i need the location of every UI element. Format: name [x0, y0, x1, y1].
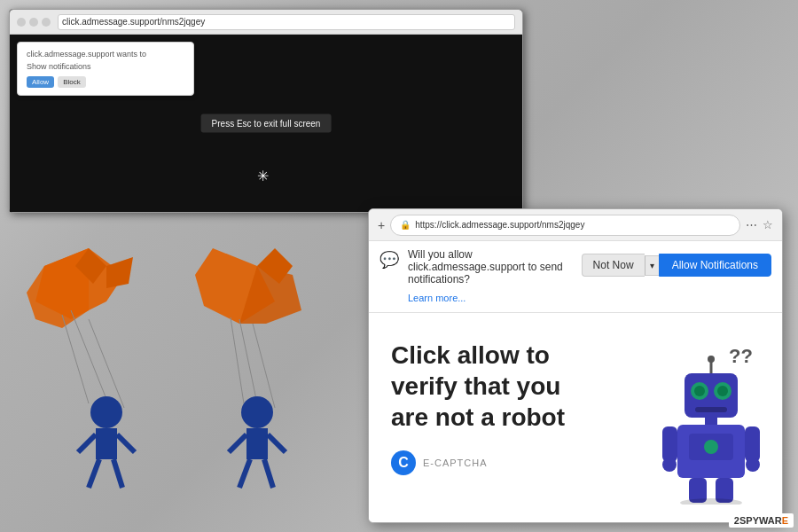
- robot-svg: ??: [658, 345, 764, 505]
- popup-subtitle: Show notifications: [27, 62, 184, 71]
- heading-line1: Click allow to: [391, 341, 550, 369]
- puppet-svg: [18, 248, 355, 523]
- browser-dot-2: [29, 18, 38, 27]
- captcha-c-logo: C: [391, 450, 416, 475]
- robot-illustration-area: ??: [640, 313, 782, 523]
- top-browser-notification-popup: click.admessage.support wants to Show no…: [17, 42, 194, 96]
- svg-marker-3: [106, 257, 133, 288]
- svg-line-23: [239, 459, 250, 488]
- heading-line2: verify that you: [391, 372, 560, 400]
- top-browser-address-bar: click.admessage.support/nms2jqgey: [58, 14, 515, 30]
- notification-permission-bar: 💬 Will you allow click.admessage.support…: [369, 241, 782, 313]
- svg-line-12: [113, 459, 122, 488]
- captcha-label: E-CAPTCHA: [423, 458, 488, 468]
- learn-more-link[interactable]: Learn more...: [408, 293, 466, 303]
- popup-buttons: Allow Block: [27, 76, 184, 88]
- top-browser-toolbar: click.admessage.support/nms2jqgey: [10, 10, 522, 35]
- notification-bar-text: Will you allow click.admessage.support t…: [408, 248, 573, 305]
- new-tab-icon[interactable]: +: [378, 218, 385, 232]
- browser-dot-3: [42, 18, 51, 27]
- heading-line3: are not a robot: [391, 403, 565, 431]
- top-browser-content: click.admessage.support wants to Show no…: [10, 35, 522, 212]
- svg-marker-1: [27, 248, 89, 328]
- svg-text:??: ??: [729, 345, 753, 367]
- svg-point-32: [717, 386, 728, 396]
- allow-notifications-button[interactable]: Allow Notifications: [659, 254, 771, 277]
- main-browser-address-bar[interactable]: 🔒 https://click.admessage.support/nms2jq…: [390, 215, 740, 236]
- svg-point-27: [708, 356, 715, 363]
- svg-point-30: [694, 386, 705, 396]
- main-browser-window: + 🔒 https://click.admessage.support/nms2…: [368, 208, 783, 523]
- fullscreen-text: Press Esc to exit full screen: [212, 119, 321, 129]
- menu-icon[interactable]: ⋯: [746, 218, 757, 231]
- svg-rect-8: [96, 428, 117, 459]
- main-browser-url: https://click.admessage.support/nms2jqge…: [415, 220, 584, 230]
- watermark-text: 2SPYWARE: [734, 515, 788, 526]
- svg-line-10: [117, 434, 135, 452]
- notification-chat-icon: 💬: [379, 250, 399, 270]
- not-now-dropdown[interactable]: ▾: [645, 255, 659, 276]
- captcha-logo: C E-CAPTCHA: [391, 450, 618, 475]
- svg-line-4: [71, 310, 106, 399]
- watermark: 2SPYWARE: [729, 513, 794, 528]
- top-browser-url: click.admessage.support/nms2jqgey: [62, 17, 205, 27]
- lock-icon: 🔒: [400, 220, 411, 230]
- svg-line-11: [89, 459, 99, 488]
- loading-spinner: ✳: [257, 168, 275, 185]
- svg-rect-38: [662, 426, 677, 462]
- bookmark-icon[interactable]: ☆: [763, 218, 773, 231]
- svg-point-41: [746, 458, 760, 472]
- svg-point-19: [241, 396, 273, 428]
- svg-line-21: [229, 434, 246, 452]
- svg-line-22: [268, 434, 286, 452]
- popup-allow-button[interactable]: Allow: [27, 76, 54, 88]
- notification-action-buttons: Not Now ▾ Allow Notifications: [582, 254, 771, 277]
- fullscreen-prompt: Press Esc to exit full screen: [201, 114, 332, 133]
- content-text-area: Click allow to verify that you are not a…: [369, 313, 640, 523]
- popup-notification-text: click.admessage.support wants to: [27, 50, 184, 59]
- svg-rect-20: [246, 428, 268, 459]
- popup-block-button[interactable]: Block: [58, 76, 86, 88]
- top-browser-window: click.admessage.support/nms2jqgey click.…: [9, 9, 523, 213]
- notification-question: Will you allow click.admessage.support t…: [408, 248, 573, 286]
- svg-line-9: [78, 434, 96, 452]
- puppet-illustration: [18, 248, 355, 523]
- browser-dot-1: [17, 18, 26, 27]
- svg-rect-33: [695, 407, 727, 412]
- left-puppet-group: [27, 248, 135, 488]
- main-heading: Click allow to verify that you are not a…: [391, 340, 618, 433]
- svg-line-5: [89, 319, 124, 408]
- svg-point-37: [704, 440, 718, 454]
- svg-point-39: [662, 458, 677, 472]
- svg-line-6: [62, 315, 89, 403]
- main-browser-action-icons: ⋯ ☆: [746, 218, 773, 231]
- main-browser-toolbar: + 🔒 https://click.admessage.support/nms2…: [369, 209, 782, 241]
- main-browser-content: Click allow to verify that you are not a…: [369, 313, 782, 523]
- svg-rect-40: [745, 426, 760, 462]
- svg-line-24: [264, 459, 273, 488]
- right-puppet-group: [195, 248, 301, 488]
- svg-point-7: [90, 396, 122, 428]
- not-now-button[interactable]: Not Now: [582, 254, 645, 277]
- svg-rect-34: [705, 418, 717, 425]
- svg-line-17: [253, 324, 275, 408]
